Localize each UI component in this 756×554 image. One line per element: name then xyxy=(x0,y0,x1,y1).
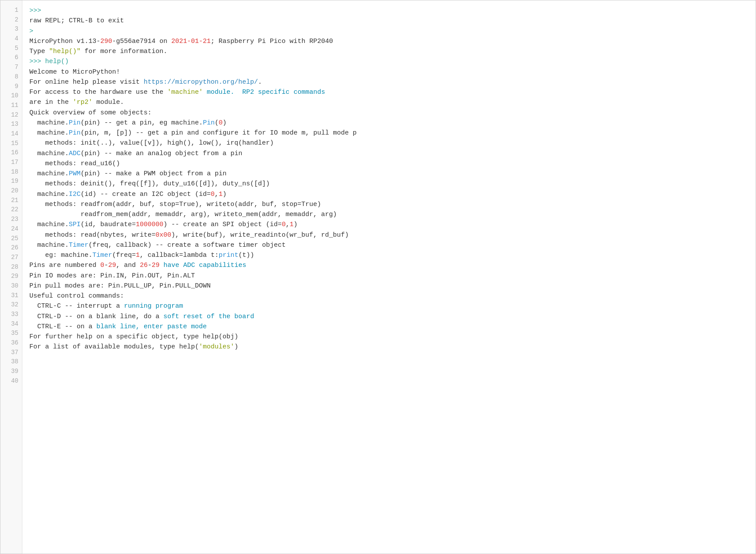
line-number: 29 xyxy=(5,272,18,281)
line-number: 31 xyxy=(5,291,18,301)
line-number: 28 xyxy=(5,263,18,272)
code-line: machine.SPI(id, baudrate=1000000) -- cre… xyxy=(29,220,749,230)
code-line: machine.Timer(freq, callback) -- create … xyxy=(29,240,749,250)
line-number: 7 xyxy=(5,63,18,72)
line-number: 32 xyxy=(5,300,18,310)
code-line: machine.PWM(pin) -- make a PWM object fr… xyxy=(29,169,749,179)
code-line: For a list of available modules, type he… xyxy=(29,342,749,352)
code-line: raw REPL; CTRL-B to exit xyxy=(29,16,749,26)
line-number: 1 xyxy=(5,6,18,15)
code-line: Type "help()" for more information. xyxy=(29,46,749,57)
line-numbers: 1234567891011121314151617181920212223242… xyxy=(0,0,22,554)
line-number: 17 xyxy=(5,158,18,167)
line-number: 34 xyxy=(5,320,18,329)
editor-container: 1234567891011121314151617181920212223242… xyxy=(0,0,756,554)
line-number: 37 xyxy=(5,348,18,358)
code-line: > xyxy=(29,26,749,36)
line-number: 13 xyxy=(5,120,18,129)
line-number: 5 xyxy=(5,44,18,53)
line-number: 19 xyxy=(5,177,18,186)
code-line: machine.Pin(pin) -- get a pin, eg machin… xyxy=(29,118,749,128)
code-line: Useful control commands: xyxy=(29,291,749,301)
code-line: CTRL-E -- on a blank line, enter paste m… xyxy=(29,322,749,332)
code-line: machine.Pin(pin, m, [p]) -- get a pin an… xyxy=(29,128,749,138)
line-number: 8 xyxy=(5,72,18,82)
line-number: 22 xyxy=(5,205,18,215)
line-number: 40 xyxy=(5,376,18,386)
code-line: Pin pull modes are: Pin.PULL_UP, Pin.PUL… xyxy=(29,281,749,291)
code-line: For access to the hardware use the 'mach… xyxy=(29,87,749,97)
code-line: readfrom_mem(addr, memaddr, arg), writet… xyxy=(29,210,749,220)
code-line: machine.ADC(pin) -- make an analog objec… xyxy=(29,149,749,159)
line-number: 12 xyxy=(5,110,18,120)
line-number: 26 xyxy=(5,243,18,253)
code-line: CTRL-D -- on a blank line, do a soft res… xyxy=(29,312,749,322)
line-number: 4 xyxy=(5,34,18,44)
code-line: For further help on a specific object, t… xyxy=(29,332,749,342)
code-line: CTRL-C -- interrupt a running program xyxy=(29,301,749,311)
line-number: 25 xyxy=(5,234,18,244)
code-line: methods: read_u16() xyxy=(29,159,749,169)
code-line: methods: read(nbytes, write=0x00), write… xyxy=(29,230,749,240)
code-line: methods: deinit(), freq([f]), duty_u16([… xyxy=(29,179,749,189)
line-number: 3 xyxy=(5,25,18,34)
code-line: Pin IO modes are: Pin.IN, Pin.OUT, Pin.A… xyxy=(29,271,749,281)
line-number: 33 xyxy=(5,310,18,320)
line-number: 10 xyxy=(5,91,18,101)
code-line: For online help please visit https://mic… xyxy=(29,77,749,87)
line-number: 9 xyxy=(5,82,18,92)
line-number: 6 xyxy=(5,53,18,63)
line-number: 23 xyxy=(5,215,18,224)
code-line: Pins are numbered 0-29, and 26-29 have A… xyxy=(29,260,749,270)
code-line: Welcome to MicroPython! xyxy=(29,67,749,77)
code-line: Quick overview of some objects: xyxy=(29,108,749,118)
line-number: 11 xyxy=(5,101,18,110)
line-number: 2 xyxy=(5,15,18,25)
line-number: 18 xyxy=(5,167,18,177)
code-line: methods: readfrom(addr, buf, stop=True),… xyxy=(29,199,749,210)
code-line: >>> help() xyxy=(29,57,749,67)
code-line: machine.I2C(id) -- create an I2C object … xyxy=(29,189,749,199)
line-number: 30 xyxy=(5,281,18,291)
line-number: 16 xyxy=(5,148,18,158)
code-line: eg: machine.Timer(freq=1, callback=lambd… xyxy=(29,250,749,260)
line-number: 38 xyxy=(5,357,18,367)
code-line: MicroPython v1.13-290-g556ae7914 on 2021… xyxy=(29,36,749,46)
line-number: 36 xyxy=(5,338,18,348)
line-number: 14 xyxy=(5,129,18,139)
line-number: 20 xyxy=(5,186,18,196)
line-number: 15 xyxy=(5,139,18,149)
code-content[interactable]: >>>raw REPL; CTRL-B to exit>MicroPython … xyxy=(22,0,756,554)
line-number: 39 xyxy=(5,367,18,376)
line-number: 27 xyxy=(5,253,18,263)
line-number: 24 xyxy=(5,224,18,234)
code-line: are in the 'rp2' module. xyxy=(29,97,749,107)
line-number: 21 xyxy=(5,196,18,206)
line-number: 35 xyxy=(5,329,18,338)
code-line: >>> xyxy=(29,6,749,16)
code-line: methods: init(..), value([v]), high(), l… xyxy=(29,138,749,148)
